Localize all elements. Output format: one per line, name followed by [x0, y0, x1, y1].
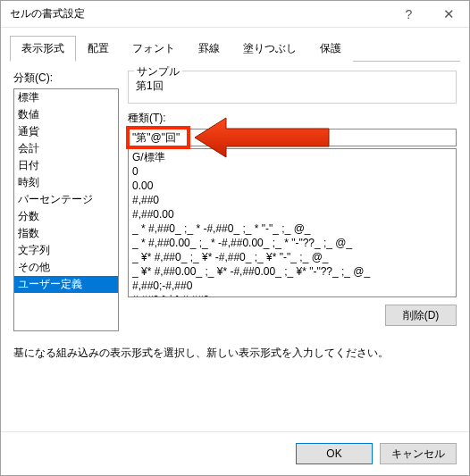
- format-item[interactable]: _ ¥* #,##0.00_ ;_ ¥* -#,##0.00_ ;_ ¥* "-…: [129, 264, 456, 279]
- category-item[interactable]: 通貨: [14, 123, 118, 140]
- category-column: 分類(C): 標準 数値 通貨 会計 日付 時刻 パーセンテージ 分数 指数 文…: [13, 71, 119, 331]
- type-input[interactable]: [128, 129, 457, 146]
- sample-value: 第1回: [136, 77, 449, 94]
- category-item[interactable]: 文字列: [14, 242, 118, 259]
- format-item[interactable]: 0: [129, 164, 456, 179]
- tab-number-format[interactable]: 表示形式: [10, 36, 76, 62]
- close-button[interactable]: ✕: [429, 1, 469, 27]
- category-item-user-defined[interactable]: ユーザー定義: [14, 276, 118, 293]
- dialog-title: セルの書式設定: [10, 6, 389, 21]
- hint-text: 基になる組み込みの表示形式を選択し、新しい表示形式を入力してください。: [13, 346, 457, 361]
- sample-box: サンプル 第1回: [128, 71, 457, 104]
- tab-protection[interactable]: 保護: [308, 36, 353, 62]
- delete-button[interactable]: 削除(D): [385, 305, 457, 326]
- format-item[interactable]: #,##0;-#,##0: [129, 279, 456, 293]
- tab-strip: 表示形式 配置 フォント 罫線 塗りつぶし 保護: [1, 28, 469, 61]
- tab-fill[interactable]: 塗りつぶし: [231, 36, 308, 62]
- format-item[interactable]: #,##0;[赤]-#,##0: [129, 293, 456, 297]
- format-item[interactable]: G/標準: [129, 150, 456, 164]
- ok-button[interactable]: OK: [296, 443, 373, 464]
- titlebar: セルの書式設定 ? ✕: [1, 1, 469, 28]
- type-label: 種類(T):: [128, 111, 457, 126]
- category-label: 分類(C):: [13, 71, 119, 86]
- format-cells-dialog: セルの書式設定 ? ✕ 表示形式 配置 フォント 罫線 塗りつぶし 保護 分類(…: [0, 0, 470, 476]
- details-column: サンプル 第1回 種類(T):: [128, 71, 457, 331]
- category-item[interactable]: 会計: [14, 140, 118, 157]
- format-item[interactable]: #,##0: [129, 193, 456, 207]
- tab-alignment[interactable]: 配置: [76, 36, 121, 62]
- tab-font[interactable]: フォント: [121, 36, 187, 62]
- format-item[interactable]: _ * #,##0_ ;_ * -#,##0_ ;_ * "-"_ ;_ @_: [129, 221, 456, 236]
- category-listbox[interactable]: 標準 数値 通貨 会計 日付 時刻 パーセンテージ 分数 指数 文字列 その他 …: [13, 88, 119, 331]
- dialog-footer: OK キャンセル: [1, 431, 469, 475]
- category-item[interactable]: パーセンテージ: [14, 191, 118, 208]
- category-item[interactable]: 指数: [14, 225, 118, 242]
- category-item[interactable]: その他: [14, 259, 118, 276]
- tab-content: 分類(C): 標準 数値 通貨 会計 日付 時刻 パーセンテージ 分数 指数 文…: [1, 62, 469, 431]
- category-item[interactable]: 時刻: [14, 174, 118, 191]
- category-item[interactable]: 数値: [14, 106, 118, 123]
- format-item[interactable]: #,##0.00: [129, 207, 456, 221]
- sample-label: サンプル: [134, 64, 182, 79]
- category-item[interactable]: 日付: [14, 157, 118, 174]
- format-item[interactable]: 0.00: [129, 179, 456, 193]
- category-item[interactable]: 標準: [14, 89, 118, 106]
- help-button[interactable]: ?: [389, 1, 429, 27]
- format-item[interactable]: _ ¥* #,##0_ ;_ ¥* -#,##0_ ;_ ¥* "-"_ ;_ …: [129, 250, 456, 264]
- category-item[interactable]: 分数: [14, 208, 118, 225]
- format-listbox[interactable]: G/標準 0 0.00 #,##0 #,##0.00 _ * #,##0_ ;_…: [128, 148, 457, 297]
- format-item[interactable]: _ * #,##0.00_ ;_ * -#,##0.00_ ;_ * "-"??…: [129, 236, 456, 250]
- tab-border[interactable]: 罫線: [187, 36, 231, 62]
- cancel-button[interactable]: キャンセル: [380, 443, 457, 464]
